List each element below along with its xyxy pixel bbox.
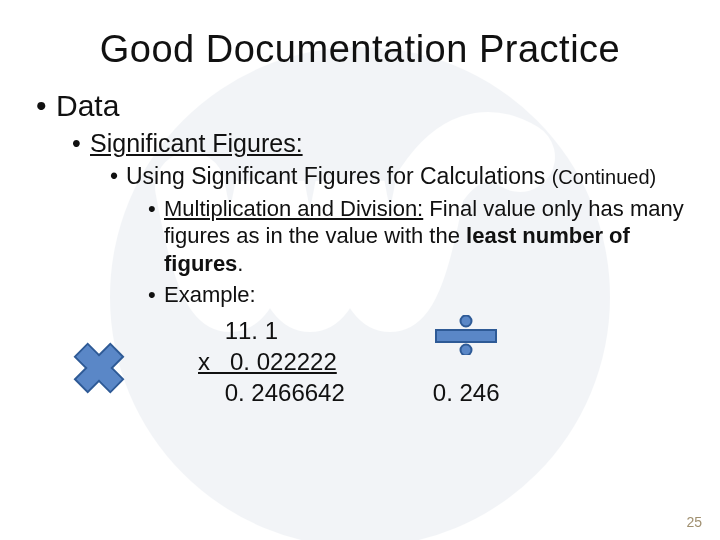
result-value: 0. 246 <box>433 379 500 407</box>
example-row: 11. 1 x 0. 022222 0. 2466642 0. 246 <box>70 315 690 409</box>
page-number: 25 <box>686 514 702 530</box>
svg-rect-4 <box>436 330 496 342</box>
bullet-using-cont: (Continued) <box>552 166 657 188</box>
math-line-2: x 0. 022222 <box>198 346 345 377</box>
math-val-3: 0. 2466642 <box>225 379 345 406</box>
bullet-using-prefix: Using Significant Figures for Calculatio… <box>126 163 552 189</box>
multiply-icon <box>70 339 128 401</box>
slide-title: Good Documentation Practice <box>30 28 690 71</box>
bullet-sigfigs-text: Significant Figures: <box>90 129 303 157</box>
bullet-example: Example: <box>148 281 690 309</box>
svg-point-5 <box>461 315 472 326</box>
math-line-3: 0. 2466642 <box>198 377 345 408</box>
bullet-using: Using Significant Figures for Calculatio… <box>110 162 690 191</box>
math-line-1: 11. 1 <box>198 315 345 346</box>
result-column: 0. 246 <box>433 315 500 407</box>
bullet-sigfigs: Significant Figures: <box>72 129 690 158</box>
bullet-muldiv: Multiplication and Division: Final value… <box>148 195 690 278</box>
svg-point-6 <box>461 344 472 355</box>
bullet-muldiv-tail: . <box>237 251 243 276</box>
math-block: 11. 1 x 0. 022222 0. 2466642 <box>198 315 345 409</box>
bullet-muldiv-head: Multiplication and Division: <box>164 196 423 221</box>
slide: Good Documentation Practice Data Signifi… <box>0 0 720 540</box>
divide-icon <box>434 315 498 359</box>
math-val-1: 11. 1 <box>225 317 278 344</box>
bullet-data: Data <box>36 89 690 123</box>
